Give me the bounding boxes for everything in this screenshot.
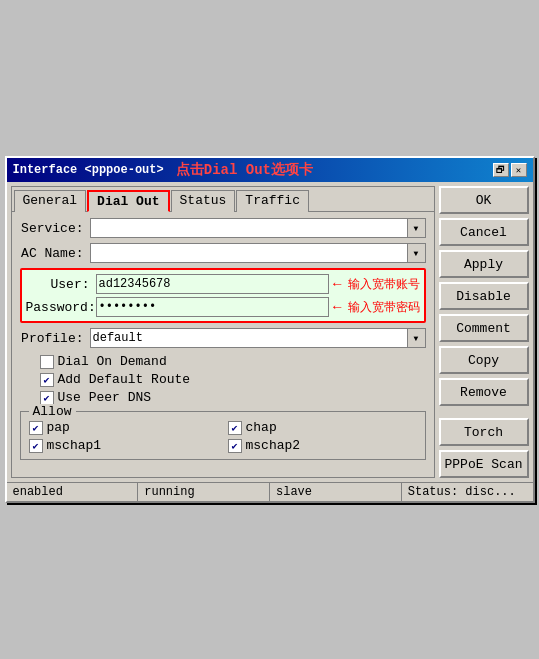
mschap2-item: ✔ mschap2 — [228, 438, 417, 453]
ac-name-select-wrapper: ▼ — [90, 243, 426, 263]
torch-button[interactable]: Torch — [439, 418, 529, 446]
tab-content: Service: ▼ AC Name: ▼ — [12, 212, 434, 466]
status-disc: Status: disc... — [402, 483, 533, 501]
chap-checkbox[interactable]: ✔ — [228, 421, 242, 435]
use-peer-dns-label: Use Peer DNS — [58, 390, 152, 405]
close-button[interactable]: ✕ — [511, 163, 527, 177]
side-buttons: OK Cancel Apply Disable Comment Copy Rem… — [439, 186, 529, 478]
comment-button[interactable]: Comment — [439, 314, 529, 342]
credentials-highlight-box: User: ← 输入宽带账号 Password: ← 输入宽带密码 — [20, 268, 426, 323]
user-input[interactable] — [96, 274, 330, 294]
pap-checkbox[interactable]: ✔ — [29, 421, 43, 435]
mschap1-item: ✔ mschap1 — [29, 438, 218, 453]
mschap1-label: mschap1 — [47, 438, 102, 453]
tab-traffic[interactable]: Traffic — [236, 190, 309, 212]
checkboxes-section: Dial On Demand ✔ Add Default Route ✔ Use… — [40, 354, 426, 405]
use-peer-dns-checkbox[interactable]: ✔ — [40, 391, 54, 405]
password-annotation: ← — [333, 299, 341, 315]
use-peer-dns-row: ✔ Use Peer DNS — [40, 390, 426, 405]
title-bar: Interface <pppoe-out> 点击Dial Out选项卡 🗗 ✕ — [7, 158, 533, 182]
pap-item: ✔ pap — [29, 420, 218, 435]
add-default-route-row: ✔ Add Default Route — [40, 372, 426, 387]
tab-dial-out[interactable]: Dial Out — [87, 190, 169, 212]
user-label: User: — [26, 277, 96, 292]
copy-button[interactable]: Copy — [439, 346, 529, 374]
service-label: Service: — [20, 221, 90, 236]
password-label: Password: — [26, 300, 96, 315]
add-default-route-checkbox[interactable]: ✔ — [40, 373, 54, 387]
chap-item: ✔ chap — [228, 420, 417, 435]
mschap1-checkbox[interactable]: ✔ — [29, 439, 43, 453]
allow-label: Allow — [29, 404, 76, 419]
password-annotation-text: 输入宽带密码 — [348, 299, 420, 316]
user-annotation-text: 输入宽带账号 — [348, 276, 420, 293]
tab-general[interactable]: General — [14, 190, 87, 212]
main-window: Interface <pppoe-out> 点击Dial Out选项卡 🗗 ✕ … — [5, 156, 535, 503]
ac-name-row: AC Name: ▼ — [20, 243, 426, 263]
allow-section: Allow ✔ pap ✔ chap ✔ mschap1 — [20, 411, 426, 460]
service-select-wrapper: ▼ — [90, 218, 426, 238]
title-controls: 🗗 ✕ — [493, 163, 527, 177]
status-running: running — [138, 483, 270, 501]
user-row: User: ← 输入宽带账号 — [26, 274, 420, 294]
status-enabled: enabled — [7, 483, 139, 501]
restore-button[interactable]: 🗗 — [493, 163, 509, 177]
title-annotation: 点击Dial Out选项卡 — [176, 161, 313, 179]
ok-button[interactable]: OK — [439, 186, 529, 214]
allow-grid: ✔ pap ✔ chap ✔ mschap1 ✔ — [29, 420, 417, 453]
user-annotation: ← — [333, 276, 341, 292]
tab-status[interactable]: Status — [171, 190, 236, 212]
profile-select[interactable]: default — [90, 328, 426, 348]
profile-label: Profile: — [20, 331, 90, 346]
dial-on-demand-checkbox[interactable] — [40, 355, 54, 369]
disable-button[interactable]: Disable — [439, 282, 529, 310]
password-row: Password: ← 输入宽带密码 — [26, 297, 420, 317]
tab-bar: General Dial Out Status Traffic — [12, 187, 434, 212]
window-title: Interface <pppoe-out> — [13, 163, 164, 177]
ac-name-label: AC Name: — [20, 246, 90, 261]
status-bar: enabled running slave Status: disc... — [7, 482, 533, 501]
service-select[interactable] — [90, 218, 426, 238]
profile-row: Profile: default ▼ — [20, 328, 426, 348]
cancel-button[interactable]: Cancel — [439, 218, 529, 246]
title-bar-text: Interface <pppoe-out> 点击Dial Out选项卡 — [13, 161, 313, 179]
dial-on-demand-row: Dial On Demand — [40, 354, 426, 369]
profile-select-wrapper: default ▼ — [90, 328, 426, 348]
main-panel: General Dial Out Status Traffic Service:… — [11, 186, 435, 478]
apply-button[interactable]: Apply — [439, 250, 529, 278]
remove-button[interactable]: Remove — [439, 378, 529, 406]
pap-label: pap — [47, 420, 70, 435]
content-area: General Dial Out Status Traffic Service:… — [7, 182, 533, 482]
password-input[interactable] — [96, 297, 330, 317]
mschap2-label: mschap2 — [246, 438, 301, 453]
dial-on-demand-label: Dial On Demand — [58, 354, 167, 369]
service-row: Service: ▼ — [20, 218, 426, 238]
ac-name-select[interactable] — [90, 243, 426, 263]
pppoe-scan-button[interactable]: PPPoE Scan — [439, 450, 529, 478]
add-default-route-label: Add Default Route — [58, 372, 191, 387]
chap-label: chap — [246, 420, 277, 435]
mschap2-checkbox[interactable]: ✔ — [228, 439, 242, 453]
status-slave: slave — [270, 483, 402, 501]
